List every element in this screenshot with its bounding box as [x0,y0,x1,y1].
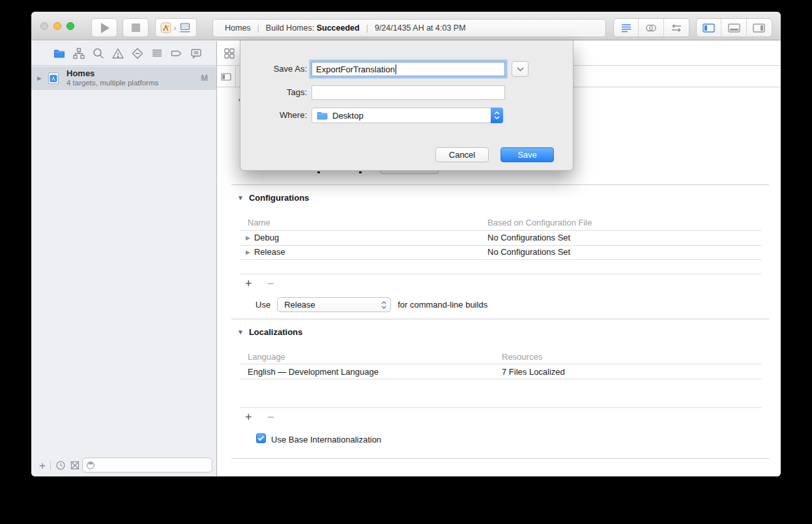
status-divider: | [257,23,259,33]
section-divider [231,319,769,319]
modified-badge: M [201,73,208,83]
add-button[interactable]: + [39,460,46,471]
use-prefix-label: Use [255,300,270,310]
config-row-release[interactable]: ▶Release [246,247,285,257]
cancel-button[interactable]: Cancel [435,147,489,162]
localization-row-english[interactable]: English — Development Language [248,367,379,377]
project-navigator-icon[interactable] [53,47,66,60]
table-separator [240,245,761,246]
remove-configuration-button[interactable]: − [267,278,274,289]
app-scheme-icon [160,22,171,33]
inspector-panel-icon [753,23,765,33]
disclosure-triangle-icon[interactable]: ▶ [246,249,250,255]
folder-icon [317,111,328,120]
zoom-window-button[interactable] [66,22,74,30]
disclosure-triangle-icon[interactable]: ▶ [37,75,42,81]
section-disclosure-icon[interactable]: ▼ [237,194,244,201]
base-internationalization-checkbox[interactable] [256,433,266,443]
project-subtitle: 4 targets, multiple platforms [66,79,158,87]
navigator-tab-strip [31,41,216,66]
project-name: Homes [66,68,158,78]
report-navigator-icon[interactable] [190,47,203,60]
section-divider [231,184,769,185]
standard-editor-button[interactable] [614,19,639,36]
column-header-language: Language [248,352,285,362]
localization-row-english-resources: 7 Files Localized [502,367,565,377]
source-control-status-icon[interactable] [70,460,80,471]
toolbar: › Homes | Build Homes: Succeeded | 9/24/… [31,12,781,40]
tags-label: Tags: [240,87,307,97]
table-separator [240,407,761,408]
toggle-debug-area-button[interactable] [721,19,746,36]
project-row-homes[interactable]: ▶ Homes 4 targets, multiple platforms M [31,66,216,90]
run-button[interactable] [91,18,117,37]
config-row-release-file: No Configurations Set [487,247,570,257]
save-dialog: Save As: ExportForTranslation Tags: Wher… [240,40,573,171]
remove-localization-button[interactable]: − [267,411,274,423]
add-configuration-button[interactable]: + [245,278,252,289]
issue-navigator-icon[interactable] [111,47,124,60]
section-disclosure-icon[interactable]: ▼ [237,328,244,336]
navigator-filter-bar: + [31,454,216,476]
table-separator [240,364,761,364]
divider [50,461,51,470]
related-items-button[interactable] [217,41,242,65]
minimize-window-button[interactable] [53,22,61,30]
desktop-background: › Homes | Build Homes: Succeeded | 9/24/… [0,0,812,524]
save-button[interactable]: Save [500,147,554,162]
base-internationalization-label: Use Base Internationalization [271,435,381,444]
status-divider: | [366,23,368,33]
table-separator [240,230,761,231]
toggle-navigator-button[interactable] [697,19,721,36]
configurations-header[interactable]: ▼ Configurations [237,193,309,203]
version-editor-button[interactable] [664,19,689,36]
stop-button[interactable] [123,18,149,37]
standard-editor-icon [620,22,632,34]
table-separator [240,259,761,260]
tags-input[interactable] [312,85,505,100]
workspace-view-control [696,18,772,37]
test-navigator-icon[interactable] [131,47,144,60]
where-popup[interactable]: Desktop [312,108,503,123]
chevron-up-icon [494,111,500,115]
localizations-header[interactable]: ▼ Localizations [237,327,302,337]
assistant-editor-button[interactable] [639,19,663,36]
project-file-icon [47,72,60,85]
related-items-icon [224,48,235,59]
column-header-config-file: Based on Configuration File [487,218,592,227]
table-separator [240,274,761,274]
scheme-selector[interactable]: › [155,18,197,37]
version-editor-icon [670,22,683,34]
config-row-debug[interactable]: ▶Debug [246,233,279,242]
navigator-sidebar: ▶ Homes 4 targets, multiple platforms M … [31,41,217,476]
where-label: Where: [240,110,307,120]
command-line-config-popup[interactable]: Release [277,297,391,312]
popup-arrows-icon [381,300,386,310]
symbol-navigator-icon[interactable] [72,47,85,60]
recent-files-icon[interactable] [55,460,66,471]
section-divider [231,458,769,459]
where-value: Desktop [332,111,491,121]
navigator-panel-icon [703,23,715,33]
add-localization-button[interactable]: + [245,411,252,423]
use-suffix-label: for command-line builds [398,300,487,310]
status-build-result: Succeeded [317,23,360,33]
chevron-down-icon [494,116,500,119]
editor-mode-control [613,18,689,37]
xcode-window: › Homes | Build Homes: Succeeded | 9/24/… [31,12,781,476]
find-navigator-icon[interactable] [92,47,105,60]
filter-icon [86,461,95,470]
filter-input[interactable] [82,458,212,473]
hide-navigator-mini-button[interactable] [217,66,236,87]
debug-navigator-icon[interactable] [151,47,164,60]
breakpoint-navigator-icon[interactable] [170,47,183,60]
column-header-resources: Resources [502,352,542,362]
chevron-right-icon: › [173,23,176,32]
expand-dialog-button[interactable] [512,61,529,77]
save-as-value: ExportForTranslation [316,65,395,74]
save-as-input[interactable]: ExportForTranslation [312,62,505,76]
obscured-content-fragment [359,171,362,173]
toggle-inspector-button[interactable] [747,19,772,36]
disclosure-triangle-icon[interactable]: ▶ [246,235,250,241]
close-window-button[interactable] [40,22,48,30]
